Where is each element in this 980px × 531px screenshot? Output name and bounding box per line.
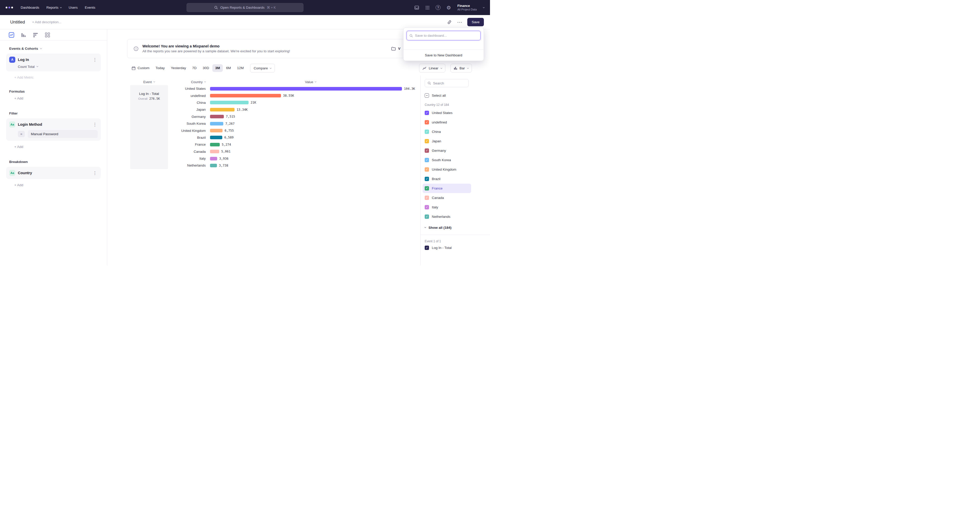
report-type-flows-icon[interactable]	[32, 32, 38, 38]
bar-segment[interactable]	[210, 87, 402, 90]
legend-item-canada[interactable]: Canada	[423, 193, 471, 203]
dashboard-search-input[interactable]	[415, 34, 478, 38]
series-checkbox[interactable]	[425, 177, 429, 181]
metric-row[interactable]: A Log In ⋮	[9, 56, 98, 63]
bar-segment[interactable]	[210, 115, 224, 118]
bar-segment[interactable]	[210, 136, 222, 139]
report-title[interactable]: Untitled	[10, 20, 25, 25]
mixpanel-logo-icon[interactable]	[6, 6, 13, 8]
help-icon[interactable]: ?	[436, 5, 441, 10]
bar-segment[interactable]	[210, 122, 223, 125]
add-formula-button[interactable]: + Add	[14, 97, 101, 100]
project-switcher[interactable]: Finance All Project Data	[457, 4, 477, 11]
series-checkbox[interactable]	[425, 149, 429, 153]
bar-segment[interactable]	[210, 129, 223, 132]
date-range-6m[interactable]: 6M	[223, 64, 234, 72]
operator-chip[interactable]: =	[18, 131, 25, 137]
bar-segment[interactable]	[210, 164, 217, 167]
bar-segment[interactable]	[210, 143, 220, 146]
event-series-cell[interactable]: Log In - Total Overall 276.5K	[130, 85, 168, 169]
filter-row[interactable]: Aa Login Method ⋮	[9, 121, 98, 128]
bar-category-label: Italy	[168, 157, 206, 160]
series-checkbox[interactable]	[425, 111, 429, 115]
filter-value-select[interactable]: Manual Password	[28, 130, 98, 138]
legend-item-log-in-total[interactable]: Log In - Total	[423, 243, 471, 252]
date-range-7d[interactable]: 7D	[189, 64, 199, 72]
show-all-button[interactable]: Show all (184)	[425, 222, 490, 233]
chart-type-select[interactable]: Bar	[450, 64, 472, 73]
dashboard-search-box[interactable]	[407, 31, 480, 40]
bar-segment[interactable]	[210, 108, 234, 111]
nav-dashboards[interactable]: Dashboards	[21, 6, 39, 10]
legend-item-china[interactable]: China	[423, 127, 471, 136]
legend-item-united-kingdom[interactable]: United Kingdom	[423, 165, 471, 174]
legend-item-undefined[interactable]: undefined	[423, 117, 471, 127]
kebab-menu-icon[interactable]: ⋮	[92, 171, 98, 175]
date-range-3m[interactable]: 3M	[212, 64, 223, 72]
save-button[interactable]: Save	[467, 18, 484, 26]
legend-event-checkbox[interactable]	[425, 246, 429, 250]
series-checkbox[interactable]	[425, 186, 429, 190]
add-description-button[interactable]: + Add description...	[32, 20, 62, 24]
bar-segment[interactable]	[210, 150, 219, 153]
series-checkbox[interactable]	[425, 205, 429, 209]
report-type-insights-icon[interactable]	[8, 32, 14, 38]
series-checkbox[interactable]	[425, 139, 429, 143]
legend-item-italy[interactable]: Italy	[423, 203, 471, 212]
events-cohorts-header[interactable]: Events & Cohorts	[9, 47, 101, 51]
nav-reports[interactable]: Reports	[46, 6, 62, 10]
legend-search-box[interactable]	[425, 79, 469, 87]
series-checkbox[interactable]	[425, 130, 429, 134]
metric-name[interactable]: Log In	[18, 58, 29, 62]
report-type-funnels-icon[interactable]	[21, 32, 27, 38]
country-column-header[interactable]: Country	[168, 79, 206, 85]
date-range-yesterday[interactable]: Yesterday	[168, 64, 189, 72]
series-checkbox[interactable]	[425, 167, 429, 172]
copy-link-icon[interactable]	[447, 20, 452, 25]
value-scale-select[interactable]: Linear	[419, 64, 445, 73]
select-all-checkbox[interactable]	[425, 94, 429, 98]
nav-events[interactable]: Events	[85, 6, 95, 10]
series-checkbox[interactable]	[425, 196, 429, 200]
legend-search-input[interactable]	[433, 81, 461, 85]
add-breakdown-button[interactable]: + Add	[14, 183, 101, 187]
settings-gear-icon[interactable]: ⚙	[446, 5, 451, 10]
date-range-custom[interactable]: Custom	[129, 64, 152, 72]
nav-users[interactable]: Users	[68, 6, 78, 10]
event-column-header[interactable]: Event	[130, 79, 168, 85]
bar-segment[interactable]	[210, 94, 281, 97]
apps-grid-icon[interactable]	[425, 5, 430, 10]
date-range-30d[interactable]: 30D	[200, 64, 212, 72]
bar-segment[interactable]	[210, 157, 217, 160]
legend-item-netherlands[interactable]: Netherlands	[423, 212, 471, 221]
banner-action-button[interactable]: V	[391, 47, 401, 51]
data-inbox-icon[interactable]	[414, 5, 419, 10]
select-all-row[interactable]: Select all	[425, 92, 490, 98]
legend-item-label: Log In - Total	[432, 246, 452, 250]
save-to-new-dashboard-button[interactable]: Save to New Dashboard	[404, 49, 484, 61]
bar-segment[interactable]	[210, 101, 248, 104]
add-filter-button[interactable]: + Add	[14, 145, 101, 149]
breakdown-row[interactable]: Aa Country ⋮	[9, 170, 98, 176]
series-checkbox[interactable]	[425, 214, 429, 219]
add-metric-button[interactable]: + Add Metric	[14, 76, 101, 79]
series-checkbox[interactable]	[425, 120, 429, 124]
filter-property-name[interactable]: Login Method	[18, 122, 42, 127]
kebab-menu-icon[interactable]: ⋮	[92, 122, 98, 127]
compare-button[interactable]: Compare	[250, 64, 275, 73]
legend-item-germany[interactable]: Germany	[423, 146, 471, 155]
series-checkbox[interactable]	[425, 158, 429, 162]
kebab-menu-icon[interactable]: ⋮	[92, 58, 98, 62]
breakdown-property-name[interactable]: Country	[18, 171, 32, 175]
legend-item-united-states[interactable]: United States	[423, 108, 471, 117]
report-type-retention-icon[interactable]	[45, 32, 51, 38]
aggregation-selector[interactable]: Count Total	[18, 65, 98, 68]
legend-item-brazil[interactable]: Brazil	[423, 174, 471, 184]
value-column-header[interactable]: Value	[305, 79, 316, 85]
legend-item-france[interactable]: France	[423, 184, 471, 193]
legend-item-south-korea[interactable]: South Korea	[423, 155, 471, 165]
date-range-12m[interactable]: 12M	[234, 64, 247, 72]
legend-item-japan[interactable]: Japan	[423, 136, 471, 146]
global-search-button[interactable]: Open Reports & Dashboards ⌘ + K	[186, 3, 304, 12]
date-range-today[interactable]: Today	[153, 64, 168, 72]
